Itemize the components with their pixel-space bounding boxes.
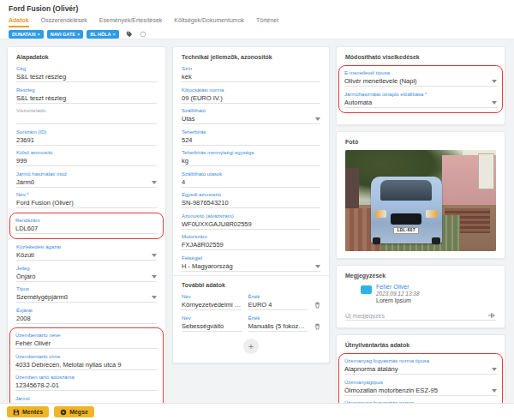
form-field[interactable]: Sorszám (ID) 23691 bbox=[16, 129, 157, 146]
form-field[interactable]: Rendszám LDL607 bbox=[15, 217, 158, 234]
field-value[interactable]: Személygépjármű bbox=[16, 293, 149, 302]
field-value[interactable]: S&L teszt részleg bbox=[16, 73, 157, 81]
field-value[interactable]: Alapnorma átalány bbox=[344, 365, 489, 374]
chevron-down-icon[interactable] bbox=[315, 265, 320, 268]
tab[interactable]: Költségek/Dokumentumok bbox=[174, 17, 244, 27]
extra-value-field[interactable]: Érték Manuális (5 fokozatú) sebességv bbox=[248, 315, 308, 332]
field-value[interactable]: Olivér menetlevele (Napi) bbox=[344, 77, 489, 86]
field-value[interactable]: Ólmozatlan motorbenzin ESZ-95 bbox=[344, 387, 489, 395]
form-field[interactable]: Típus Személygépjármű bbox=[16, 285, 157, 303]
chevron-down-icon[interactable] bbox=[152, 181, 157, 184]
form-field[interactable]: Jármű Ford Fusion I Restyling 1.4 MT (80… bbox=[15, 395, 158, 404]
field-value[interactable]: Utas bbox=[182, 115, 313, 123]
form-field[interactable]: Azonosító (alvázszám) WF0UXXGAJU8R02559 bbox=[182, 213, 320, 230]
form-field[interactable]: Viszonteladó bbox=[16, 107, 157, 124]
form-field[interactable]: Üzemben tartó adószáma 12345678-2-01 bbox=[15, 374, 158, 391]
form-field[interactable]: Jármű használati mód Jármű bbox=[16, 171, 157, 188]
new-comment-input[interactable] bbox=[345, 313, 484, 319]
comment-author[interactable]: Fehér Olivér bbox=[376, 284, 420, 290]
field-value[interactable] bbox=[16, 115, 157, 123]
tab-bar: Adatok Összerendelések Események/Értesít… bbox=[9, 17, 505, 27]
tags-icon[interactable] bbox=[126, 31, 133, 38]
form-field[interactable]: Üzemanyagtípus Ólmozatlan motorbenzin ES… bbox=[344, 379, 497, 396]
form-field[interactable]: Üzembentartó címe 4033 Debrecen, Melotai… bbox=[15, 353, 158, 370]
form-field[interactable]: Évjárat 2008 bbox=[16, 307, 157, 324]
trash-icon[interactable] bbox=[314, 302, 320, 309]
field-value[interactable]: 09 (EURO IV.) bbox=[182, 94, 320, 103]
chevron-down-icon[interactable] bbox=[492, 80, 497, 83]
field-value[interactable]: Sebességváltó bbox=[182, 322, 242, 331]
field-value[interactable]: kék bbox=[182, 73, 320, 81]
tag-badge[interactable]: BL HÓLA× bbox=[87, 30, 119, 39]
form-field[interactable]: Részleg S&L teszt részleg bbox=[16, 87, 157, 104]
form-field[interactable]: Felségjel H - Magyarország bbox=[182, 255, 320, 272]
form-field[interactable]: Járműhasználat útnapló előállítása * Aut… bbox=[344, 91, 497, 108]
tab[interactable]: Összerendelések bbox=[41, 17, 87, 27]
field-value[interactable]: 999 bbox=[16, 157, 157, 165]
chevron-down-icon[interactable] bbox=[152, 254, 157, 257]
save-button[interactable]: Mentés bbox=[7, 406, 49, 417]
field-value[interactable]: LDL607 bbox=[15, 225, 158, 233]
field-value[interactable]: EURO 4 bbox=[248, 301, 308, 309]
field-value[interactable]: Közúti bbox=[16, 251, 149, 260]
cancel-button[interactable]: Mégse bbox=[54, 406, 94, 417]
chevron-down-icon[interactable] bbox=[152, 296, 157, 299]
form-field[interactable]: Szállítható utasok 4 bbox=[182, 171, 320, 188]
extra-name-field[interactable]: Név Sebességváltó bbox=[182, 315, 242, 332]
add-tag-icon[interactable] bbox=[140, 31, 146, 38]
form-field[interactable]: Szín kék bbox=[182, 65, 320, 82]
field-value[interactable]: FXJA8R02559 bbox=[182, 241, 320, 249]
field-value[interactable]: 524 bbox=[182, 136, 320, 145]
form-field[interactable]: Kibocsátási norma 09 (EURO IV.) bbox=[182, 87, 320, 104]
field-value[interactable]: Fehér Olivér bbox=[15, 339, 158, 348]
trash-icon[interactable] bbox=[314, 323, 320, 330]
form-field[interactable]: Közlekedési ágazat Közúti bbox=[16, 243, 157, 261]
form-field[interactable]: Szállítható Utas bbox=[182, 107, 320, 124]
field-value[interactable]: SN-9876543210 bbox=[182, 199, 320, 207]
form-field[interactable]: Üzemanyag fogyasztás norma típusa Alapno… bbox=[344, 357, 497, 375]
extra-value-field[interactable]: Érték EURO 4 bbox=[248, 293, 308, 310]
field-value[interactable]: Jármű bbox=[16, 178, 149, 187]
field-value[interactable]: Manuális (5 fokozatú) sebességv bbox=[248, 322, 308, 331]
chevron-down-icon[interactable] bbox=[152, 275, 157, 279]
tab[interactable]: Események/Értesítések bbox=[99, 17, 163, 27]
field-value[interactable]: Környezetvédelmi osztály bbox=[182, 301, 242, 309]
form-field[interactable]: Üzembentartó neve Fehér Olivér bbox=[15, 332, 158, 349]
send-icon[interactable] bbox=[487, 312, 496, 319]
field-value[interactable]: S&L teszt részleg bbox=[16, 94, 157, 103]
form-field[interactable]: Teherbírás 524 bbox=[182, 129, 320, 146]
field-value[interactable]: WF0UXXGAJU8R02559 bbox=[182, 220, 320, 229]
chevron-down-icon[interactable] bbox=[492, 389, 497, 393]
field-value[interactable]: kg bbox=[182, 157, 320, 165]
field-value[interactable]: 2008 bbox=[16, 315, 157, 323]
chevron-down-icon[interactable] bbox=[492, 368, 497, 371]
form-field[interactable]: Egyedi azonosító SN-9876543210 bbox=[182, 191, 320, 208]
tab[interactable]: Adatok bbox=[9, 17, 29, 27]
form-field[interactable]: E-menetlevél típusa Olivér menetlevele (… bbox=[344, 69, 497, 87]
tag-remove-icon[interactable]: × bbox=[38, 32, 40, 37]
form-field[interactable]: Külső azonosító 999 bbox=[16, 149, 157, 166]
vehicle-photo[interactable]: LDL-607 bbox=[345, 150, 496, 251]
form-field[interactable]: Teherbírás mennyiségi egysége kg bbox=[182, 149, 320, 166]
form-field[interactable]: Jelleg Önjáró bbox=[16, 265, 157, 282]
add-extra-data-button[interactable]: + bbox=[243, 339, 259, 354]
form-field[interactable]: Motorszám FXJA8R02559 bbox=[182, 233, 320, 250]
field-value[interactable]: H - Magyarország bbox=[182, 262, 313, 271]
extra-name-field[interactable]: Név Környezetvédelmi osztály bbox=[182, 293, 242, 310]
field-value[interactable]: 23691 bbox=[16, 136, 157, 145]
tag-badge[interactable]: DUNATAXI× bbox=[9, 30, 44, 39]
form-field[interactable]: Név * Ford Fusion (Olivér) bbox=[16, 191, 157, 208]
field-value[interactable]: 12345678-2-01 bbox=[15, 381, 158, 390]
tag-remove-icon[interactable]: × bbox=[77, 32, 80, 37]
tag-badge[interactable]: NAVI GATE× bbox=[47, 30, 83, 39]
field-value[interactable]: 4033 Debrecen, Melotai nyilas utca 9 bbox=[15, 361, 158, 369]
chevron-down-icon[interactable] bbox=[492, 101, 497, 105]
field-value[interactable]: 4 bbox=[182, 178, 320, 187]
field-value[interactable]: Automata bbox=[344, 99, 489, 107]
chevron-down-icon[interactable] bbox=[315, 117, 320, 121]
tag-remove-icon[interactable]: × bbox=[113, 32, 116, 37]
field-value[interactable]: Önjáró bbox=[16, 273, 149, 281]
field-value[interactable]: Ford Fusion (Olivér) bbox=[16, 199, 157, 207]
form-field[interactable]: Cég S&L teszt részleg bbox=[16, 65, 157, 82]
tab[interactable]: Történet bbox=[256, 17, 278, 27]
